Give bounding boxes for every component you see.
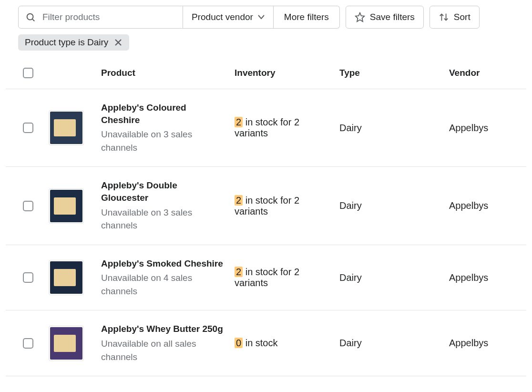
product-subtitle: Unavailable on 3 sales channels [101,128,225,154]
col-inventory[interactable]: Inventory [235,68,339,78]
sort-icon [439,12,449,22]
product-name[interactable]: Appleby's Double Gloucester [101,179,225,204]
product-thumbnail[interactable] [49,110,84,145]
vendor-label: Product vendor [192,12,253,22]
row-checkbox[interactable] [23,338,33,349]
product-thumbnail[interactable] [49,326,84,361]
product-name[interactable]: Appleby's Coloured Cheshire [101,102,225,126]
active-filters: Product type is Dairy [18,34,526,58]
type-cell: Dairy [339,338,449,349]
stock-count: 2 [235,117,243,127]
search-icon [25,12,36,22]
inventory-cell: 0 in stock [235,338,339,349]
inventory-cell: 2 in stock for 2 variants [235,117,339,139]
stock-count: 2 [235,195,243,206]
toolbar: Product vendor More filters Save filters [18,0,526,34]
search-wrap[interactable] [18,6,183,29]
inventory-cell: 2 in stock for 2 variants [235,267,339,289]
sort-label: Sort [454,12,471,22]
close-icon[interactable] [114,38,123,47]
col-product[interactable]: Product [101,68,235,78]
svg-marker-2 [356,13,364,21]
table-row[interactable]: Appleby's Double Gloucester Unavailable … [6,167,526,245]
product-thumbnail[interactable] [49,188,84,224]
more-filters-button[interactable]: More filters [274,6,340,29]
stock-text: in stock for 2 variants [235,117,299,138]
products-table: Product Inventory Type Vendor Appleby's … [6,58,526,376]
stock-text: in stock [243,338,277,348]
vendor-cell: Appelbys [449,123,526,134]
star-icon [355,12,365,22]
type-cell: Dairy [339,200,449,211]
select-all-checkbox[interactable] [23,68,33,78]
type-cell: Dairy [339,272,449,283]
svg-point-0 [27,14,33,20]
table-header: Product Inventory Type Vendor [6,58,526,89]
product-subtitle: Unavailable on 4 sales channels [101,271,225,298]
stock-count: 2 [235,267,243,277]
inventory-cell: 2 in stock for 2 variants [235,195,339,217]
search-input[interactable] [41,11,176,23]
product-vendor-dropdown[interactable]: Product vendor [183,6,274,29]
product-subtitle: Unavailable on 3 sales channels [101,206,225,232]
vendor-cell: Appelbys [449,200,526,211]
product-subtitle: Unavailable on all sales channels [101,337,225,363]
svg-line-1 [32,19,34,21]
table-row[interactable]: Appleby's Smoked Cheshire Unavailable on… [6,245,526,311]
row-checkbox[interactable] [23,123,33,133]
vendor-cell: Appelbys [449,272,526,283]
product-name[interactable]: Appleby's Smoked Cheshire [101,258,225,270]
caret-down-icon [258,15,265,20]
filter-group: Product vendor More filters [18,6,340,29]
save-filters-button[interactable]: Save filters [346,6,424,29]
row-checkbox[interactable] [23,272,33,283]
stock-text: in stock for 2 variants [235,195,299,217]
vendor-cell: Appelbys [449,338,526,349]
col-type[interactable]: Type [339,68,449,78]
save-filters-label: Save filters [370,12,415,22]
table-row[interactable]: Appleby's Coloured Cheshire Unavailable … [6,89,526,167]
col-vendor[interactable]: Vendor [449,68,526,78]
product-thumbnail[interactable] [49,260,84,295]
sort-button[interactable]: Sort [430,6,480,29]
stock-text: in stock for 2 variants [235,267,299,288]
filter-chip[interactable]: Product type is Dairy [18,34,129,51]
type-cell: Dairy [339,123,449,134]
filter-chip-label: Product type is Dairy [25,37,108,48]
table-row[interactable]: Appleby's Whey Butter 250g Unavailable o… [6,310,526,376]
product-name[interactable]: Appleby's Whey Butter 250g [101,323,225,335]
row-checkbox[interactable] [23,201,33,211]
stock-count: 0 [235,338,243,348]
